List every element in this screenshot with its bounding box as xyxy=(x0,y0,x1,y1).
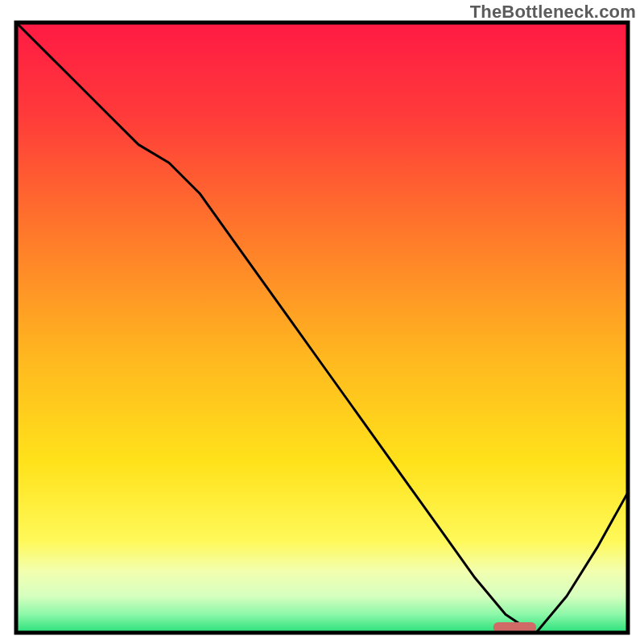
watermark-text: TheBottleneck.com xyxy=(470,2,636,23)
chart-container: TheBottleneck.com xyxy=(0,0,644,644)
bottleneck-chart xyxy=(0,0,644,644)
